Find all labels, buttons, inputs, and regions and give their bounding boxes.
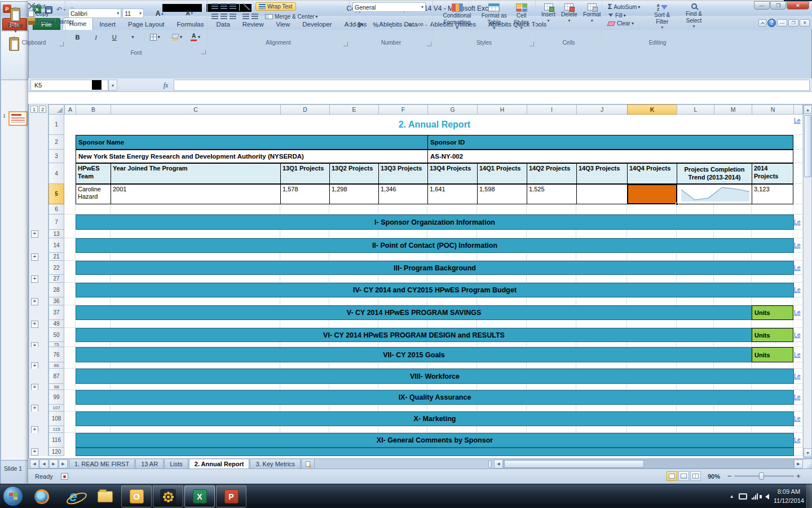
units-cell-row-50[interactable]: Units	[752, 328, 793, 342]
column-header-E[interactable]: E	[329, 104, 379, 115]
empty-cell[interactable]	[329, 253, 378, 261]
legend-link[interactable]: Le	[794, 351, 802, 359]
section-band-row-37[interactable]: V- CY 2014 HPwES PROGRAM SAVINGS	[76, 305, 752, 320]
empty-cell[interactable]	[793, 362, 803, 369]
empty-cell[interactable]	[576, 253, 627, 261]
taskbar-app-windows-explorer[interactable]	[90, 485, 120, 507]
empty-cell[interactable]	[793, 204, 803, 214]
empty-cell[interactable]	[714, 426, 752, 433]
table-header-cell[interactable]: 14Q4 Projects	[627, 163, 677, 184]
empty-cell[interactable]	[714, 384, 752, 390]
empty-cell[interactable]	[477, 362, 527, 369]
row-header-87[interactable]: 87	[48, 369, 64, 384]
empty-cell[interactable]	[378, 384, 427, 390]
empty-cell[interactable]	[793, 163, 803, 184]
taskbar-app-picasa[interactable]	[153, 485, 183, 507]
empty-cell[interactable]	[64, 320, 76, 328]
empty-cell[interactable]	[793, 342, 803, 347]
legend-link[interactable]: Le	[794, 117, 802, 125]
column-header-D[interactable]: D	[280, 104, 330, 115]
hscroll-right-arrow[interactable]: ▶	[794, 459, 803, 468]
outline-expand-button-row-27[interactable]: +	[31, 275, 38, 283]
empty-cell[interactable]	[527, 362, 576, 369]
empty-cell[interactable]	[793, 253, 803, 261]
empty-cell[interactable]	[76, 230, 111, 238]
row-header-99[interactable]: 99	[48, 390, 64, 405]
select-all-corner[interactable]	[48, 104, 64, 115]
column-header-G[interactable]: G	[427, 104, 478, 115]
empty-cell[interactable]	[793, 448, 803, 456]
empty-cell[interactable]	[793, 320, 803, 328]
empty-cell[interactable]	[576, 204, 627, 214]
legend-link[interactable]: Le	[794, 415, 802, 423]
taskbar-app-outlook[interactable]: O	[121, 485, 152, 507]
empty-cell[interactable]	[752, 384, 793, 390]
empty-cell[interactable]	[427, 230, 477, 238]
show-desktop-button[interactable]	[806, 484, 812, 508]
empty-cell[interactable]	[64, 115, 76, 135]
section-band-row-120[interactable]	[76, 448, 794, 456]
empty-cell[interactable]	[527, 204, 576, 214]
empty-cell[interactable]	[64, 261, 76, 275]
hscroll-left-arrow[interactable]: ◀	[494, 459, 503, 468]
empty-cell[interactable]	[527, 342, 576, 347]
empty-cell[interactable]	[64, 342, 76, 347]
empty-cell[interactable]	[111, 342, 280, 347]
units-cell-row-76[interactable]: Units	[752, 347, 793, 362]
section-band-row-50[interactable]: VI- CY 2014 HPwES PROGRAM DESIGN and RES…	[76, 328, 752, 342]
empty-cell[interactable]	[627, 384, 677, 390]
empty-cell[interactable]	[64, 305, 76, 320]
row-header-98[interactable]: 98	[48, 384, 64, 390]
row-header-115[interactable]: 115	[48, 426, 64, 433]
empty-cell[interactable]	[627, 253, 677, 261]
empty-cell[interactable]	[793, 297, 803, 305]
empty-cell[interactable]	[714, 230, 752, 238]
empty-cell[interactable]	[677, 362, 714, 369]
zoom-slider-thumb[interactable]	[759, 472, 764, 480]
empty-cell[interactable]	[64, 362, 76, 369]
empty-cell[interactable]	[714, 342, 752, 347]
quarter-value-cell-H5[interactable]: 1,598	[477, 184, 527, 204]
legend-link[interactable]: Le	[794, 218, 802, 226]
total-2014-cell[interactable]: 3,123	[752, 184, 793, 204]
empty-cell[interactable]	[76, 204, 111, 214]
empty-cell[interactable]	[752, 405, 793, 411]
table-header-cell[interactable]: 13Q3 Projects	[378, 163, 428, 184]
empty-cell[interactable]	[714, 297, 752, 305]
zoom-level[interactable]: 90%	[708, 473, 720, 480]
empty-cell[interactable]	[627, 275, 677, 283]
empty-cell[interactable]	[793, 150, 803, 163]
quarter-value-cell-I5[interactable]: 1,525	[527, 184, 577, 204]
empty-cell[interactable]	[677, 320, 714, 328]
empty-cell[interactable]	[76, 253, 111, 261]
empty-cell[interactable]	[111, 297, 280, 305]
empty-cell[interactable]	[527, 275, 576, 283]
empty-cell[interactable]	[627, 297, 677, 305]
section-band-row-22[interactable]: III- Program Background	[76, 261, 794, 275]
row-header-86[interactable]: 86	[48, 362, 64, 369]
empty-cell[interactable]	[280, 426, 329, 433]
row-header-28[interactable]: 28	[48, 283, 64, 297]
quarter-value-cell-J5[interactable]	[576, 184, 628, 204]
table-header-cell[interactable]: 13Q2 Projects	[329, 163, 379, 184]
empty-cell[interactable]	[677, 405, 714, 411]
empty-cell[interactable]	[527, 405, 576, 411]
table-header-cell[interactable]: 13Q1 Projects	[280, 163, 330, 184]
empty-cell[interactable]	[527, 253, 576, 261]
empty-cell[interactable]	[427, 384, 477, 390]
fill-handle[interactable]	[676, 203, 678, 205]
vertical-scrollbar[interactable]: ▲ ▼	[803, 104, 812, 457]
empty-cell[interactable]	[280, 230, 329, 238]
taskbar-app-excel[interactable]: X	[184, 485, 215, 507]
table-header-cell[interactable]: 14Q3 Projects	[576, 163, 628, 184]
row-header-21[interactable]: 21	[48, 253, 64, 261]
row-header-1[interactable]: 1	[48, 115, 64, 135]
horizontal-scroll-thumb[interactable]	[504, 460, 644, 468]
legend-link[interactable]: Le	[794, 373, 802, 380]
empty-cell[interactable]	[280, 297, 329, 305]
empty-cell[interactable]	[527, 230, 576, 238]
empty-cell[interactable]	[378, 275, 427, 283]
row-header-116[interactable]: 116	[48, 433, 64, 448]
empty-cell[interactable]	[64, 405, 76, 411]
empty-cell[interactable]	[76, 275, 111, 283]
